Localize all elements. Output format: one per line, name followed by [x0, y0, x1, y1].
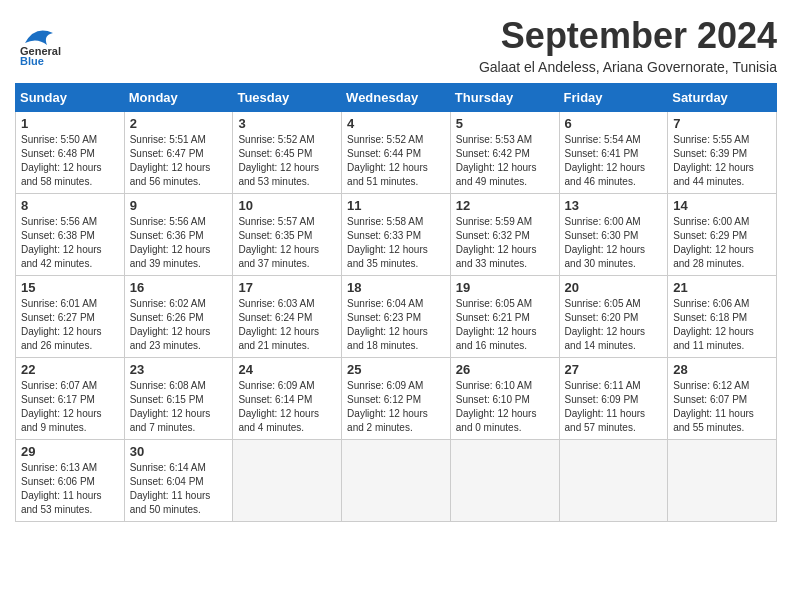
calendar-cell: 10Sunrise: 5:57 AM Sunset: 6:35 PM Dayli… — [233, 194, 342, 276]
day-info: Sunrise: 5:52 AM Sunset: 6:44 PM Dayligh… — [347, 133, 445, 189]
day-info: Sunrise: 6:03 AM Sunset: 6:24 PM Dayligh… — [238, 297, 336, 353]
calendar-cell: 6Sunrise: 5:54 AM Sunset: 6:41 PM Daylig… — [559, 112, 668, 194]
day-number: 22 — [21, 362, 119, 377]
day-info: Sunrise: 6:13 AM Sunset: 6:06 PM Dayligh… — [21, 461, 119, 517]
day-number: 3 — [238, 116, 336, 131]
day-info: Sunrise: 5:51 AM Sunset: 6:47 PM Dayligh… — [130, 133, 228, 189]
day-number: 24 — [238, 362, 336, 377]
calendar-cell: 3Sunrise: 5:52 AM Sunset: 6:45 PM Daylig… — [233, 112, 342, 194]
day-number: 29 — [21, 444, 119, 459]
day-info: Sunrise: 6:01 AM Sunset: 6:27 PM Dayligh… — [21, 297, 119, 353]
title-block: September 2024 Galaat el Andeless, Arian… — [479, 15, 777, 75]
weekday-header-thursday: Thursday — [450, 84, 559, 112]
calendar-cell: 4Sunrise: 5:52 AM Sunset: 6:44 PM Daylig… — [342, 112, 451, 194]
day-number: 27 — [565, 362, 663, 377]
calendar-cell: 2Sunrise: 5:51 AM Sunset: 6:47 PM Daylig… — [124, 112, 233, 194]
day-number: 4 — [347, 116, 445, 131]
day-info: Sunrise: 5:58 AM Sunset: 6:33 PM Dayligh… — [347, 215, 445, 271]
calendar-cell: 5Sunrise: 5:53 AM Sunset: 6:42 PM Daylig… — [450, 112, 559, 194]
calendar-cell: 19Sunrise: 6:05 AM Sunset: 6:21 PM Dayli… — [450, 276, 559, 358]
calendar-cell — [450, 440, 559, 522]
calendar-cell: 28Sunrise: 6:12 AM Sunset: 6:07 PM Dayli… — [668, 358, 777, 440]
calendar-cell: 16Sunrise: 6:02 AM Sunset: 6:26 PM Dayli… — [124, 276, 233, 358]
calendar-cell: 22Sunrise: 6:07 AM Sunset: 6:17 PM Dayli… — [16, 358, 125, 440]
day-number: 19 — [456, 280, 554, 295]
day-info: Sunrise: 5:59 AM Sunset: 6:32 PM Dayligh… — [456, 215, 554, 271]
calendar-cell: 30Sunrise: 6:14 AM Sunset: 6:04 PM Dayli… — [124, 440, 233, 522]
calendar-cell: 21Sunrise: 6:06 AM Sunset: 6:18 PM Dayli… — [668, 276, 777, 358]
weekday-header-sunday: Sunday — [16, 84, 125, 112]
day-info: Sunrise: 6:09 AM Sunset: 6:12 PM Dayligh… — [347, 379, 445, 435]
day-number: 18 — [347, 280, 445, 295]
calendar-cell — [342, 440, 451, 522]
logo: General Blue — [15, 15, 65, 65]
calendar-cell: 26Sunrise: 6:10 AM Sunset: 6:10 PM Dayli… — [450, 358, 559, 440]
month-title: September 2024 — [479, 15, 777, 57]
calendar-table: SundayMondayTuesdayWednesdayThursdayFrid… — [15, 83, 777, 522]
location-subtitle: Galaat el Andeless, Ariana Governorate, … — [479, 59, 777, 75]
day-number: 20 — [565, 280, 663, 295]
day-info: Sunrise: 6:00 AM Sunset: 6:29 PM Dayligh… — [673, 215, 771, 271]
calendar-cell: 27Sunrise: 6:11 AM Sunset: 6:09 PM Dayli… — [559, 358, 668, 440]
calendar-cell: 1Sunrise: 5:50 AM Sunset: 6:48 PM Daylig… — [16, 112, 125, 194]
calendar-cell: 25Sunrise: 6:09 AM Sunset: 6:12 PM Dayli… — [342, 358, 451, 440]
day-info: Sunrise: 5:53 AM Sunset: 6:42 PM Dayligh… — [456, 133, 554, 189]
svg-text:Blue: Blue — [20, 55, 44, 65]
page-header: General Blue September 2024 Galaat el An… — [15, 15, 777, 75]
calendar-cell: 17Sunrise: 6:03 AM Sunset: 6:24 PM Dayli… — [233, 276, 342, 358]
calendar-week-row: 29Sunrise: 6:13 AM Sunset: 6:06 PM Dayli… — [16, 440, 777, 522]
day-number: 11 — [347, 198, 445, 213]
weekday-header-saturday: Saturday — [668, 84, 777, 112]
day-number: 2 — [130, 116, 228, 131]
day-info: Sunrise: 5:56 AM Sunset: 6:38 PM Dayligh… — [21, 215, 119, 271]
day-info: Sunrise: 5:57 AM Sunset: 6:35 PM Dayligh… — [238, 215, 336, 271]
day-info: Sunrise: 6:10 AM Sunset: 6:10 PM Dayligh… — [456, 379, 554, 435]
day-number: 13 — [565, 198, 663, 213]
day-number: 25 — [347, 362, 445, 377]
calendar-cell: 13Sunrise: 6:00 AM Sunset: 6:30 PM Dayli… — [559, 194, 668, 276]
day-number: 28 — [673, 362, 771, 377]
day-number: 12 — [456, 198, 554, 213]
day-info: Sunrise: 6:09 AM Sunset: 6:14 PM Dayligh… — [238, 379, 336, 435]
day-number: 30 — [130, 444, 228, 459]
day-number: 23 — [130, 362, 228, 377]
calendar-cell: 11Sunrise: 5:58 AM Sunset: 6:33 PM Dayli… — [342, 194, 451, 276]
day-info: Sunrise: 5:52 AM Sunset: 6:45 PM Dayligh… — [238, 133, 336, 189]
day-number: 16 — [130, 280, 228, 295]
calendar-cell: 29Sunrise: 6:13 AM Sunset: 6:06 PM Dayli… — [16, 440, 125, 522]
day-info: Sunrise: 5:50 AM Sunset: 6:48 PM Dayligh… — [21, 133, 119, 189]
weekday-header-tuesday: Tuesday — [233, 84, 342, 112]
calendar-cell: 23Sunrise: 6:08 AM Sunset: 6:15 PM Dayli… — [124, 358, 233, 440]
calendar-cell: 8Sunrise: 5:56 AM Sunset: 6:38 PM Daylig… — [16, 194, 125, 276]
day-number: 6 — [565, 116, 663, 131]
calendar-cell: 12Sunrise: 5:59 AM Sunset: 6:32 PM Dayli… — [450, 194, 559, 276]
day-number: 9 — [130, 198, 228, 213]
calendar-week-row: 8Sunrise: 5:56 AM Sunset: 6:38 PM Daylig… — [16, 194, 777, 276]
calendar-cell — [559, 440, 668, 522]
day-number: 10 — [238, 198, 336, 213]
day-info: Sunrise: 6:14 AM Sunset: 6:04 PM Dayligh… — [130, 461, 228, 517]
calendar-cell: 20Sunrise: 6:05 AM Sunset: 6:20 PM Dayli… — [559, 276, 668, 358]
calendar-cell: 18Sunrise: 6:04 AM Sunset: 6:23 PM Dayli… — [342, 276, 451, 358]
day-number: 8 — [21, 198, 119, 213]
weekday-header-row: SundayMondayTuesdayWednesdayThursdayFrid… — [16, 84, 777, 112]
calendar-cell: 14Sunrise: 6:00 AM Sunset: 6:29 PM Dayli… — [668, 194, 777, 276]
calendar-cell: 9Sunrise: 5:56 AM Sunset: 6:36 PM Daylig… — [124, 194, 233, 276]
day-info: Sunrise: 6:04 AM Sunset: 6:23 PM Dayligh… — [347, 297, 445, 353]
day-info: Sunrise: 6:00 AM Sunset: 6:30 PM Dayligh… — [565, 215, 663, 271]
day-info: Sunrise: 5:56 AM Sunset: 6:36 PM Dayligh… — [130, 215, 228, 271]
day-number: 17 — [238, 280, 336, 295]
calendar-cell: 15Sunrise: 6:01 AM Sunset: 6:27 PM Dayli… — [16, 276, 125, 358]
day-number: 21 — [673, 280, 771, 295]
calendar-cell — [233, 440, 342, 522]
calendar-cell: 24Sunrise: 6:09 AM Sunset: 6:14 PM Dayli… — [233, 358, 342, 440]
day-info: Sunrise: 5:55 AM Sunset: 6:39 PM Dayligh… — [673, 133, 771, 189]
weekday-header-friday: Friday — [559, 84, 668, 112]
day-number: 5 — [456, 116, 554, 131]
day-number: 1 — [21, 116, 119, 131]
day-number: 14 — [673, 198, 771, 213]
day-info: Sunrise: 6:12 AM Sunset: 6:07 PM Dayligh… — [673, 379, 771, 435]
calendar-week-row: 22Sunrise: 6:07 AM Sunset: 6:17 PM Dayli… — [16, 358, 777, 440]
day-info: Sunrise: 5:54 AM Sunset: 6:41 PM Dayligh… — [565, 133, 663, 189]
day-info: Sunrise: 6:11 AM Sunset: 6:09 PM Dayligh… — [565, 379, 663, 435]
